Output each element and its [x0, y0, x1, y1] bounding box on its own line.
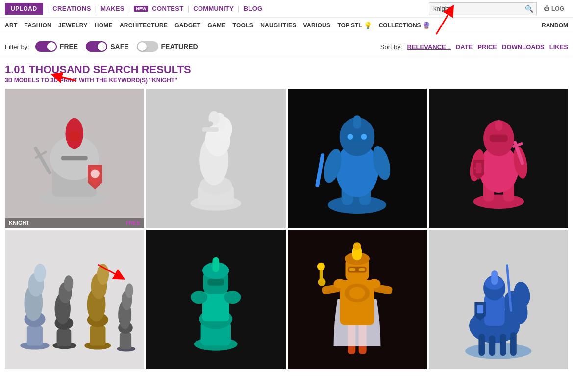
nav-makes[interactable]: MAKES	[100, 5, 124, 12]
item-image-4	[5, 230, 144, 369]
svg-point-87	[349, 287, 365, 300]
nav-separator-4: |	[188, 5, 190, 13]
svg-point-49	[34, 264, 46, 282]
filter-by-label: Filter by:	[5, 43, 29, 50]
nav-separator-3: |	[128, 5, 130, 13]
results-grid: KNIGHT FREE	[0, 87, 573, 371]
upload-button[interactable]: UPLOAD	[5, 3, 43, 15]
sort-date[interactable]: DATE	[456, 43, 473, 50]
svg-point-89	[368, 279, 381, 289]
svg-point-93	[353, 243, 361, 250]
svg-rect-96	[359, 268, 365, 271]
nav-separator-1: |	[47, 5, 49, 13]
collections-label: COLLECTIONS	[379, 22, 421, 29]
svg-rect-76	[213, 257, 220, 272]
svg-rect-5	[61, 156, 88, 161]
grid-item-3[interactable]	[429, 89, 568, 228]
svg-rect-43	[474, 168, 482, 170]
item-image-6	[288, 230, 427, 369]
svg-rect-84	[320, 268, 323, 284]
blue-knight-svg	[308, 99, 406, 218]
nav-random[interactable]: RANDOM	[542, 22, 568, 29]
nav-art[interactable]: ART	[5, 22, 18, 29]
svg-point-72	[191, 291, 207, 304]
safe-label: SAFE	[110, 43, 128, 50]
free-toggle[interactable]	[35, 41, 57, 52]
item-image-1	[146, 89, 285, 228]
toggle-thumb	[138, 42, 147, 51]
featured-label: FEATURED	[161, 43, 198, 50]
sort-downloads[interactable]: DOWNLOADS	[502, 43, 545, 50]
new-badge: NEW	[134, 6, 148, 12]
collections-icon: 🔮	[423, 22, 430, 29]
nav-community[interactable]: COMMUNITY	[193, 5, 234, 12]
search-bar: 🔍	[429, 2, 537, 15]
svg-point-97	[465, 343, 531, 359]
featured-filter-group: FEATURED	[137, 41, 198, 52]
svg-point-73	[224, 291, 241, 304]
teal-knight-svg	[174, 241, 258, 359]
chess-knight-svg	[171, 102, 261, 214]
nav-collections[interactable]: COLLECTIONS 🔮	[379, 22, 430, 29]
nav-architecture[interactable]: ARCHITECTURE	[120, 22, 168, 29]
svg-point-88	[334, 279, 347, 289]
sort-section: Sort by: RELEVANCE ↓ DATE PRICE DOWNLOAD…	[380, 43, 568, 50]
grid-item-0[interactable]: KNIGHT FREE	[5, 89, 144, 228]
grid-item-4[interactable]	[5, 230, 144, 369]
power-icon: ⏻	[544, 5, 549, 12]
item-image-5	[146, 230, 285, 369]
item-label-0: KNIGHT FREE	[5, 218, 144, 228]
nav-fashion[interactable]: FASHION	[25, 22, 51, 29]
svg-rect-17	[202, 127, 219, 132]
nav-naughties[interactable]: NAUGHTIES	[260, 22, 296, 29]
nav-blog[interactable]: BLOG	[244, 5, 263, 12]
svg-point-61	[97, 264, 109, 285]
sort-relevance[interactable]: RELEVANCE ↓	[407, 43, 451, 50]
svg-rect-40	[489, 135, 507, 142]
svg-rect-41	[495, 121, 502, 131]
nav-contest[interactable]: CONTEST	[152, 5, 183, 12]
svg-rect-108	[491, 270, 498, 285]
results-count: 1.01 THOUSAND SEARCH RESULTS	[5, 63, 568, 76]
nav-home[interactable]: HOME	[95, 22, 113, 29]
nav-game[interactable]: GAME	[207, 22, 225, 29]
nav-various[interactable]: VARIOUS	[303, 22, 331, 29]
item-image-7	[429, 230, 568, 369]
nav-separator-5: |	[238, 5, 240, 13]
pink-knight-svg	[453, 102, 544, 214]
svg-point-29	[361, 134, 367, 140]
sort-price[interactable]: PRICE	[477, 43, 497, 50]
search-button[interactable]: 🔍	[522, 5, 536, 13]
log-button[interactable]: ⏻ LOG	[540, 5, 568, 12]
results-subtitle: 3D MODELS TO 3D PRINT WITH THE KEYWORD(S…	[5, 77, 568, 84]
nav-gadget[interactable]: GADGET	[174, 22, 200, 29]
sort-by-label: Sort by:	[380, 43, 402, 50]
grid-item-7[interactable]	[429, 230, 568, 369]
results-header: 1.01 THOUSAND SEARCH RESULTS 3D MODELS T…	[0, 58, 573, 87]
featured-toggle[interactable]	[137, 41, 158, 52]
svg-point-4	[69, 130, 80, 142]
svg-rect-6	[34, 147, 52, 175]
grid-item-2[interactable]	[288, 89, 427, 228]
svg-point-19	[328, 196, 386, 214]
nav-top-stl[interactable]: TOP STL 💡	[337, 22, 372, 29]
grid-item-5[interactable]	[146, 230, 285, 369]
svg-rect-102	[489, 335, 496, 356]
grid-item-1[interactable]	[146, 89, 285, 228]
svg-rect-51	[57, 329, 72, 346]
nav-tools[interactable]: TOOLS	[233, 22, 254, 29]
svg-rect-57	[90, 326, 105, 346]
item-tag-0: FREE	[126, 220, 140, 226]
item-image-2	[288, 89, 427, 228]
chess-set-svg	[8, 237, 141, 362]
mounted-knight-svg	[443, 241, 554, 359]
grid-item-6[interactable]	[288, 230, 427, 369]
nav-creations[interactable]: CREATIONS	[52, 5, 91, 12]
search-input[interactable]	[429, 5, 522, 12]
svg-rect-77	[207, 279, 224, 286]
safe-toggle[interactable]	[86, 41, 107, 52]
nav-jewelry[interactable]: JEWELRY	[58, 22, 88, 29]
log-label: LOG	[551, 5, 564, 12]
item-name-0: KNIGHT	[9, 220, 29, 226]
sort-likes[interactable]: LIKES	[549, 43, 568, 50]
